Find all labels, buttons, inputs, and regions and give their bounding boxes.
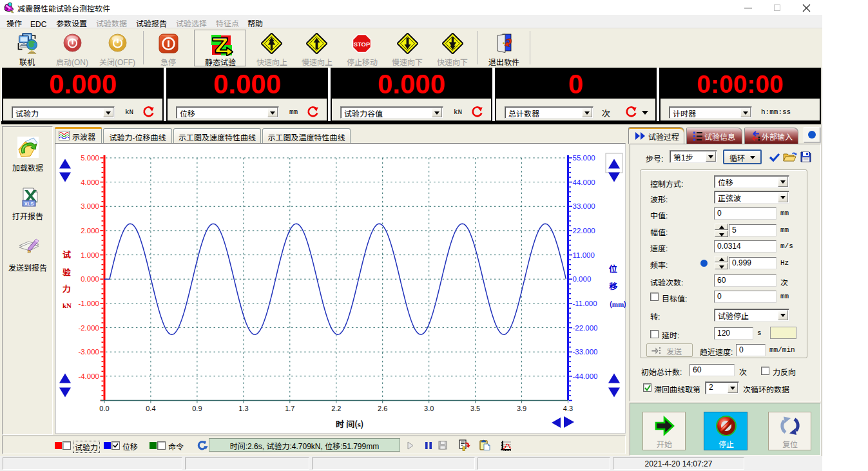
svg-text:-11.000: -11.000 — [573, 300, 597, 307]
svg-text:时 间(s): 时 间(s) — [336, 418, 363, 430]
svg-text:3.5: 3.5 — [470, 405, 480, 412]
svg-text:位: 位 — [608, 262, 617, 274]
svg-text:(mm): (mm) — [610, 298, 626, 309]
svg-text:3.000: 3.000 — [81, 202, 99, 210]
svg-text:-22.000: -22.000 — [573, 324, 598, 332]
svg-text:1.000: 1.000 — [81, 251, 99, 259]
svg-text:5.000: 5.000 — [81, 154, 99, 162]
svg-text:4.000: 4.000 — [81, 178, 99, 186]
svg-text:22.000: 22.000 — [573, 227, 595, 235]
svg-text:STOP: STOP — [354, 41, 371, 48]
svg-text:2.6: 2.6 — [378, 405, 387, 412]
svg-text:验: 验 — [63, 265, 71, 278]
svg-text:3.9: 3.9 — [517, 405, 526, 412]
svg-text:0.0: 0.0 — [99, 405, 109, 412]
svg-text:33.000: 33.000 — [573, 202, 595, 210]
svg-text:-2.000: -2.000 — [78, 324, 99, 332]
svg-text:力: 力 — [62, 282, 71, 294]
svg-text:1.7: 1.7 — [285, 405, 294, 412]
svg-text:XLS: XLS — [24, 201, 34, 207]
svg-text:-33.000: -33.000 — [573, 348, 598, 356]
svg-text:0.000: 0.000 — [81, 275, 99, 283]
svg-text:55.000: 55.000 — [573, 154, 595, 162]
svg-text:0.4: 0.4 — [146, 405, 155, 412]
svg-text:-44.000: -44.000 — [573, 372, 598, 380]
svg-text:3.0: 3.0 — [424, 405, 434, 412]
svg-text:0.9: 0.9 — [192, 405, 202, 412]
svg-text:1.3: 1.3 — [238, 405, 248, 412]
svg-text:kN: kN — [63, 300, 72, 310]
svg-text:2.000: 2.000 — [81, 227, 99, 235]
svg-text:0.000: 0.000 — [573, 275, 592, 283]
svg-text:-4.000: -4.000 — [78, 372, 99, 380]
svg-text:44.000: 44.000 — [573, 178, 595, 186]
svg-text:试: 试 — [63, 248, 71, 260]
svg-text:4.3: 4.3 — [563, 405, 573, 412]
svg-text:-3.000: -3.000 — [78, 348, 99, 356]
svg-text:移: 移 — [609, 280, 618, 292]
svg-text:-1.000: -1.000 — [78, 300, 99, 307]
svg-text:11.000: 11.000 — [573, 251, 595, 259]
svg-text:2.2: 2.2 — [331, 405, 341, 412]
